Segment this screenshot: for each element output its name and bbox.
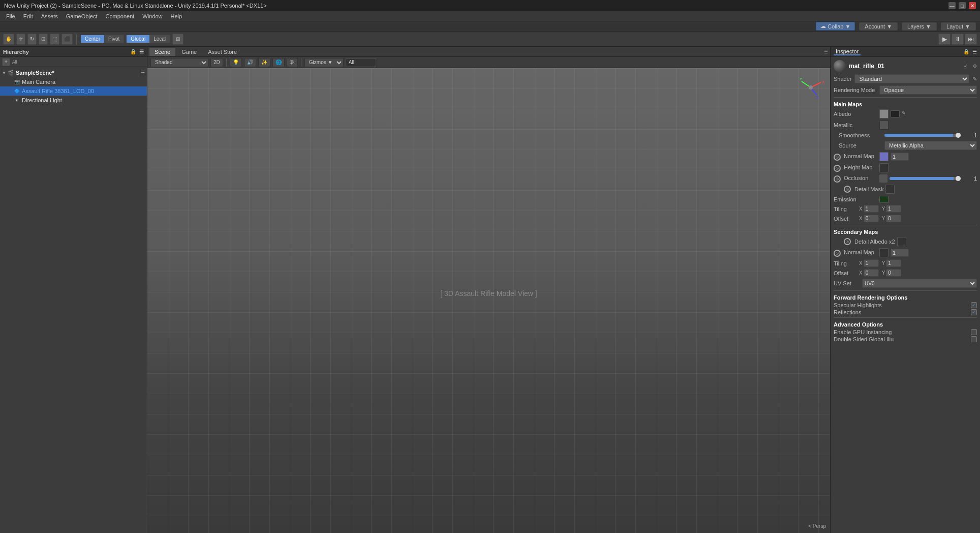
shading-mode-select[interactable]: Shaded Wireframe Shaded Wireframe	[150, 58, 208, 67]
rendering-mode-select[interactable]: Opaque Transparent	[879, 85, 977, 95]
tool-btn-rotate[interactable]: ↻	[27, 34, 37, 45]
menu-assets[interactable]: Assets	[37, 12, 62, 20]
local-btn[interactable]: Local	[149, 35, 170, 43]
occlusion-slider[interactable]	[890, 177, 961, 180]
reflections-checkbox[interactable]	[971, 309, 977, 315]
tab-assetstore[interactable]: Asset Store	[203, 48, 242, 56]
normal-map-input[interactable]	[891, 153, 909, 161]
play-button[interactable]: ▶	[938, 34, 951, 45]
svg-text:Y: Y	[800, 77, 803, 81]
inspector-lock-icon[interactable]: 🔒	[963, 49, 969, 54]
hierarchy-item-samplescene[interactable]: ▼ 🎬 SampleScene* ☰	[0, 68, 147, 77]
svg-text:X: X	[822, 80, 825, 84]
offset-y-input[interactable]	[886, 215, 901, 222]
emission-swatch[interactable]	[879, 196, 889, 203]
normal-map-thumb[interactable]	[879, 152, 889, 161]
gizmos-select[interactable]: Gizmos ▼	[304, 58, 344, 67]
global-btn[interactable]: Global	[127, 35, 149, 43]
scene-view[interactable]: [ 3D Assault Rifle Model View ] X Z Y < …	[147, 68, 830, 533]
menu-window[interactable]: Window	[138, 12, 166, 20]
hierarchy-options-icon[interactable]: ☰	[139, 49, 144, 54]
tool-btn-transform[interactable]: ⬛	[62, 34, 73, 45]
snap-btn[interactable]: ⊞	[172, 34, 183, 45]
albedo-thumb[interactable]	[879, 109, 889, 119]
center-btn[interactable]: Center	[81, 35, 104, 43]
scene-skybox-button[interactable]: 🌐	[272, 58, 285, 67]
smoothness-slider[interactable]	[884, 134, 961, 137]
viewport-options-icon[interactable]: ☰	[824, 49, 828, 54]
gpu-instancing-checkbox[interactable]	[971, 329, 977, 335]
uv-set-select[interactable]: UV0 UV1	[862, 279, 977, 288]
sec-tiling-y-char: Y	[882, 260, 885, 266]
menu-component[interactable]: Component	[101, 12, 138, 20]
minimize-button[interactable]: —	[948, 2, 956, 9]
hierarchy-item-light[interactable]: ▶ ☀ Directional Light	[0, 96, 147, 105]
metallic-thumb[interactable]	[879, 121, 889, 130]
detail-albedo-thumb[interactable]	[897, 237, 906, 246]
dimension-2d-button[interactable]: 2D	[210, 58, 223, 67]
offset-x-input[interactable]	[864, 215, 879, 222]
shader-select[interactable]: Standard	[854, 74, 969, 83]
scene-fog-button[interactable]: 🌫	[287, 58, 298, 67]
sec-tiling-y-input[interactable]	[886, 259, 901, 267]
layer-filter-input[interactable]	[346, 58, 376, 67]
occlusion-row: ◎ Occlusion 1	[831, 173, 980, 184]
occlusion-thumb[interactable]	[879, 174, 887, 183]
menu-help[interactable]: Help	[166, 12, 186, 20]
double-sided-checkbox[interactable]	[971, 336, 977, 342]
source-select[interactable]: Metallic Alpha Albedo Alpha	[884, 141, 977, 150]
step-button[interactable]: ⏭	[965, 34, 977, 45]
emission-row: Emission	[831, 195, 980, 204]
inspector-options-icon[interactable]: ☰	[972, 49, 977, 54]
shader-edit-icon[interactable]: ✎	[972, 76, 977, 82]
tool-btn-rect[interactable]: ⬚	[50, 34, 59, 45]
collab-button[interactable]: ☁ Collab ▼	[816, 22, 855, 31]
detail-mask-row: ◎ Detail Mask	[831, 184, 980, 195]
height-map-thumb[interactable]	[879, 163, 889, 172]
albedo-pen-icon[interactable]: ✎	[902, 110, 909, 117]
sec-normal-input[interactable]	[891, 249, 909, 257]
tab-scene[interactable]: Scene	[149, 48, 175, 56]
layout-button[interactable]: Layout ▼	[941, 22, 976, 31]
close-button[interactable]: ✕	[969, 2, 976, 9]
rendering-mode-value: Opaque Transparent	[879, 85, 977, 95]
menu-file[interactable]: File	[2, 12, 19, 20]
uv-set-label: UV Set	[834, 280, 859, 286]
sec-normal-thumb[interactable]	[879, 248, 889, 257]
scene-options-icon[interactable]: ☰	[141, 70, 145, 75]
scene-lighting-button[interactable]: 💡	[230, 58, 242, 67]
pivot-btn[interactable]: Pivot	[104, 35, 124, 43]
menu-gameobject[interactable]: GameObject	[62, 12, 102, 20]
scene-audio-button[interactable]: 🔊	[244, 58, 256, 67]
account-button[interactable]: Account ▼	[859, 22, 898, 31]
layers-button[interactable]: Layers ▼	[902, 22, 937, 31]
hierarchy-item-maincamera[interactable]: ▶ 📷 Main Camera	[0, 77, 147, 86]
hierarchy-add-button[interactable]: +	[2, 58, 10, 66]
smoothness-label: Smoothness	[839, 132, 884, 138]
sec-tiling-x-input[interactable]	[864, 259, 879, 267]
detail-mask-thumb[interactable]	[885, 185, 895, 194]
hierarchy-lock-icon[interactable]: 🔒	[130, 49, 136, 54]
sec-offset-y-input[interactable]	[886, 269, 901, 277]
tiling-x-input[interactable]	[864, 205, 879, 213]
occlusion-label: ◎ Occlusion	[834, 175, 879, 183]
tool-btn-scale[interactable]: ⊡	[39, 34, 48, 45]
offset-label: Offset	[834, 216, 859, 222]
material-enabled-toggle[interactable]: ✓	[964, 64, 968, 69]
maximize-button[interactable]: □	[959, 2, 966, 9]
sec-offset-x-input[interactable]	[864, 269, 879, 277]
menubar: File Edit Assets GameObject Component Wi…	[0, 11, 980, 21]
material-settings-icon[interactable]: ⚙	[973, 64, 977, 69]
sec-offset-y-char: Y	[882, 270, 885, 276]
tool-btn-move[interactable]: ✛	[16, 34, 25, 45]
menu-edit[interactable]: Edit	[19, 12, 37, 20]
tab-inspector[interactable]: Inspector	[834, 48, 861, 55]
tab-game[interactable]: Game	[176, 48, 202, 56]
tiling-y-input[interactable]	[886, 205, 901, 213]
hierarchy-item-rifle[interactable]: ▶ 🔷 Assault Rifle 38381_LOD_00	[0, 86, 147, 96]
specular-checkbox[interactable]	[971, 302, 977, 308]
pause-button[interactable]: ⏸	[952, 34, 964, 45]
tool-btn-hand[interactable]: ✋	[3, 34, 14, 45]
albedo-color-swatch[interactable]	[891, 110, 900, 117]
scene-fx-button[interactable]: ✨	[258, 58, 270, 67]
